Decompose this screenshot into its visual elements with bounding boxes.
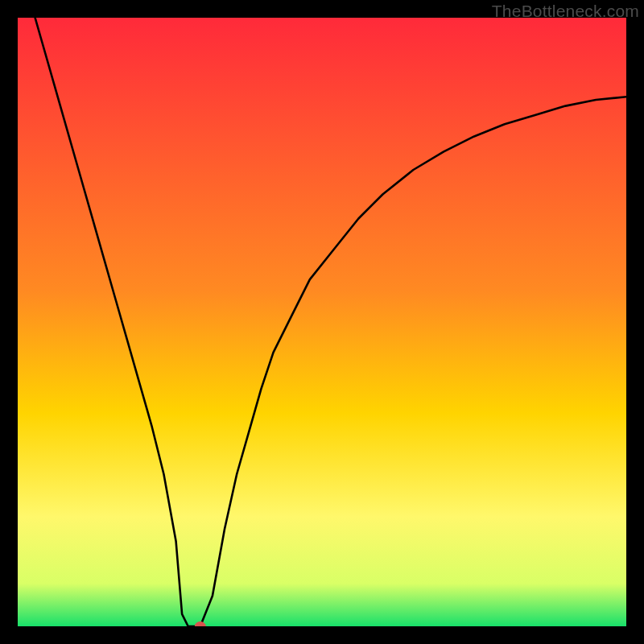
chart-plot xyxy=(18,18,626,626)
watermark-text: TheBottleneck.com xyxy=(492,2,639,21)
chart-frame xyxy=(18,18,626,626)
gradient-background xyxy=(18,18,626,626)
